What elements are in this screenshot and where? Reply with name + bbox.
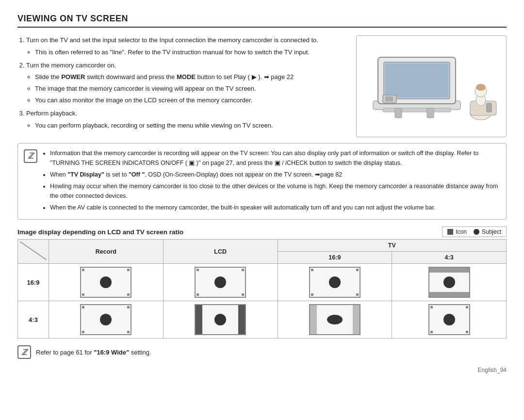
cell-visual <box>306 303 364 336</box>
image-display-header: Image display depending on LCD and TV sc… <box>17 226 507 237</box>
cell-visual <box>306 266 364 299</box>
diagonal-icon <box>20 242 47 260</box>
legend-icon-item: Icon <box>447 228 467 235</box>
bottom-note-icon: ℤ <box>17 345 31 359</box>
svg-rect-5 <box>395 108 402 118</box>
step-2-bullet-3: You can also monitor the image on the LC… <box>35 96 346 106</box>
th-tv: TV <box>278 240 507 252</box>
instructions: Turn on the TV and set the input selecto… <box>17 35 346 137</box>
top-section: Turn on the TV and set the input selecto… <box>17 35 507 137</box>
row-label-43: 4:3 <box>18 301 49 339</box>
image-display-section: Image display depending on LCD and TV sc… <box>17 226 507 339</box>
cell-visual <box>77 303 135 336</box>
image-display-title: Image display depending on LCD and TV sc… <box>17 228 183 236</box>
note-content: Information that the memory camcorder is… <box>42 148 500 214</box>
step-3-bullet-1: You can perform playback, recording or s… <box>35 121 346 131</box>
step-1-bullet-1: This is often referred to as "line". Ref… <box>35 48 346 58</box>
step-2-bullet-2: The image that the memory camcorder is v… <box>35 84 346 94</box>
page-title: VIEWING ON TV SCREEN <box>17 14 507 28</box>
note-bullet-1: Information that the memory camcorder is… <box>50 148 500 168</box>
legend-subject-label: Subject <box>482 228 501 235</box>
table-row-43: 4:3 <box>18 301 507 339</box>
bottom-note: ℤ Refer to page 61 for "16:9 Wide" setti… <box>17 345 507 359</box>
ratio-table: Record LCD TV 16:9 4:3 16:9 <box>17 239 507 339</box>
bottom-note-text: Refer to page 61 for "16:9 Wide" setting… <box>36 349 151 356</box>
cell-tv169-169 <box>278 264 392 301</box>
svg-line-15 <box>20 242 47 260</box>
tv-svg <box>359 38 504 135</box>
note-bullet-4: When the AV cable is connected to the me… <box>50 203 500 212</box>
legend-icon-square <box>447 229 453 235</box>
step-3: Perform playback. You can perform playba… <box>26 109 346 131</box>
th-tv-43: 4:3 <box>392 252 507 264</box>
row-label-169: 16:9 <box>18 264 49 301</box>
svg-rect-6 <box>427 108 434 118</box>
cell-visual <box>191 266 249 299</box>
legend-subject-item: Subject <box>474 228 501 235</box>
table-corner <box>18 240 49 264</box>
page-number: English_94 <box>17 367 507 373</box>
th-record: Record <box>49 240 164 264</box>
cell-tv169-43 <box>278 301 392 339</box>
cell-record-43 <box>49 301 164 339</box>
step-2: Turn the memory camcorder on. Slide the … <box>26 61 346 106</box>
table-row-169: 16:9 <box>18 264 507 301</box>
step-2-bullet-1: Slide the POWER switch downward and pres… <box>35 72 346 82</box>
cell-lcd-169 <box>163 264 278 301</box>
svg-rect-8 <box>385 97 393 101</box>
tv-illustration <box>356 35 507 137</box>
note-icon: ℤ <box>24 149 37 163</box>
cell-visual <box>77 266 135 299</box>
cell-visual <box>191 303 249 336</box>
note-bullet-2: When "TV Display" is set to "Off ", OSD … <box>50 170 500 179</box>
cell-tv43-169 <box>392 264 507 301</box>
svg-point-13 <box>476 84 486 91</box>
th-lcd: LCD <box>163 240 278 264</box>
svg-rect-14 <box>487 103 491 112</box>
note-bullet-3: Howling may occur when the memory camcor… <box>50 181 500 201</box>
cell-visual <box>420 303 478 336</box>
th-tv-169: 16:9 <box>278 252 392 264</box>
cell-visual <box>420 266 478 299</box>
step-1: Turn on the TV and set the input selecto… <box>26 35 346 58</box>
legend: Icon Subject <box>442 226 507 237</box>
cell-lcd-43 <box>163 301 278 339</box>
cell-record-169 <box>49 264 164 301</box>
svg-rect-4 <box>385 64 448 97</box>
legend-icon-label: Icon <box>456 228 467 235</box>
note-box: ℤ Information that the memory camcorder … <box>17 143 507 220</box>
legend-subject-circle <box>474 229 479 235</box>
cell-tv43-43 <box>392 301 507 339</box>
svg-rect-1 <box>383 108 451 112</box>
